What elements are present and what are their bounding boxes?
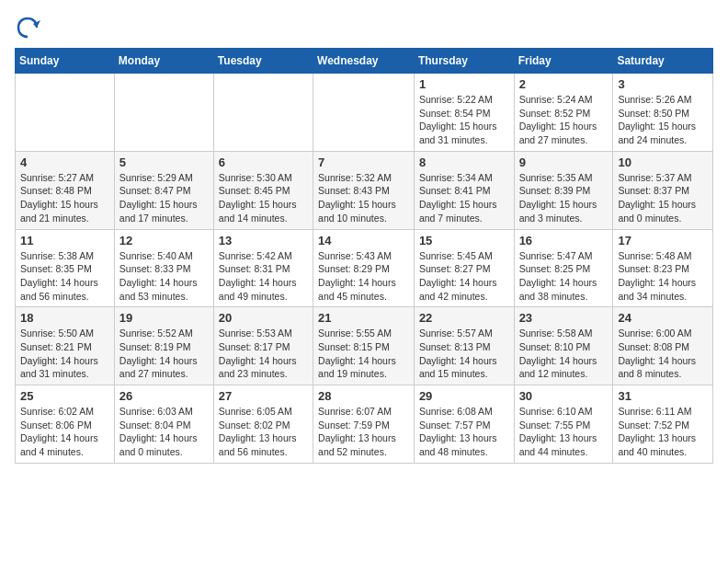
day-content: Sunrise: 5:40 AM Sunset: 8:33 PM Dayligh… xyxy=(119,249,209,304)
day-header-tuesday: Tuesday xyxy=(213,49,313,74)
day-content: Sunrise: 6:07 AM Sunset: 7:59 PM Dayligh… xyxy=(318,405,409,459)
day-content: Sunrise: 5:27 AM Sunset: 8:48 PM Dayligh… xyxy=(20,171,109,225)
calendar-cell: 25Sunrise: 6:02 AM Sunset: 8:06 PM Dayli… xyxy=(16,385,115,464)
day-number: 16 xyxy=(519,234,609,247)
day-content: Sunrise: 5:35 AM Sunset: 8:39 PM Dayligh… xyxy=(519,171,609,225)
calendar-cell: 18Sunrise: 5:50 AM Sunset: 8:21 PM Dayli… xyxy=(16,307,115,385)
day-content: Sunrise: 5:32 AM Sunset: 8:43 PM Dayligh… xyxy=(318,171,409,225)
calendar-cell: 17Sunrise: 5:48 AM Sunset: 8:23 PM Dayli… xyxy=(613,229,713,307)
logo xyxy=(15,15,44,40)
day-content: Sunrise: 5:37 AM Sunset: 8:37 PM Dayligh… xyxy=(618,171,708,225)
day-content: Sunrise: 5:52 AM Sunset: 8:19 PM Dayligh… xyxy=(119,327,209,381)
day-number: 26 xyxy=(119,389,209,403)
calendar-cell: 14Sunrise: 5:43 AM Sunset: 8:29 PM Dayli… xyxy=(313,229,415,307)
day-content: Sunrise: 5:38 AM Sunset: 8:35 PM Dayligh… xyxy=(20,249,109,304)
calendar-cell xyxy=(16,74,115,152)
calendar-cell: 21Sunrise: 5:55 AM Sunset: 8:15 PM Dayli… xyxy=(313,307,415,385)
day-number: 18 xyxy=(20,311,109,325)
calendar-week-row: 1Sunrise: 5:22 AM Sunset: 8:54 PM Daylig… xyxy=(16,74,713,152)
day-content: Sunrise: 6:08 AM Sunset: 7:57 PM Dayligh… xyxy=(419,405,509,459)
calendar-cell: 27Sunrise: 6:05 AM Sunset: 8:02 PM Dayli… xyxy=(213,385,313,464)
day-number: 10 xyxy=(618,155,708,169)
calendar-cell: 26Sunrise: 6:03 AM Sunset: 8:04 PM Dayli… xyxy=(114,385,213,464)
day-content: Sunrise: 5:53 AM Sunset: 8:17 PM Dayligh… xyxy=(219,327,308,381)
day-number: 17 xyxy=(618,234,708,247)
calendar-week-row: 18Sunrise: 5:50 AM Sunset: 8:21 PM Dayli… xyxy=(16,307,713,385)
calendar-cell: 12Sunrise: 5:40 AM Sunset: 8:33 PM Dayli… xyxy=(114,229,213,307)
day-number: 31 xyxy=(618,389,708,403)
calendar-cell: 6Sunrise: 5:30 AM Sunset: 8:45 PM Daylig… xyxy=(213,151,313,229)
day-content: Sunrise: 6:03 AM Sunset: 8:04 PM Dayligh… xyxy=(119,405,209,459)
day-content: Sunrise: 6:05 AM Sunset: 8:02 PM Dayligh… xyxy=(219,405,308,459)
calendar-cell: 4Sunrise: 5:27 AM Sunset: 8:48 PM Daylig… xyxy=(16,151,115,229)
calendar-cell xyxy=(313,74,415,152)
day-header-friday: Friday xyxy=(514,49,613,74)
day-number: 12 xyxy=(119,234,209,247)
calendar-cell: 10Sunrise: 5:37 AM Sunset: 8:37 PM Dayli… xyxy=(613,151,713,229)
day-header-wednesday: Wednesday xyxy=(313,49,415,74)
calendar-cell: 23Sunrise: 5:58 AM Sunset: 8:10 PM Dayli… xyxy=(514,307,613,385)
day-content: Sunrise: 6:02 AM Sunset: 8:06 PM Dayligh… xyxy=(20,405,109,459)
calendar-cell: 30Sunrise: 6:10 AM Sunset: 7:55 PM Dayli… xyxy=(514,385,613,464)
day-content: Sunrise: 6:00 AM Sunset: 8:08 PM Dayligh… xyxy=(618,327,708,381)
calendar-week-row: 25Sunrise: 6:02 AM Sunset: 8:06 PM Dayli… xyxy=(16,385,713,464)
day-content: Sunrise: 5:47 AM Sunset: 8:25 PM Dayligh… xyxy=(519,249,609,304)
day-number: 20 xyxy=(219,311,308,325)
calendar-week-row: 4Sunrise: 5:27 AM Sunset: 8:48 PM Daylig… xyxy=(16,151,713,229)
calendar-cell: 5Sunrise: 5:29 AM Sunset: 8:47 PM Daylig… xyxy=(114,151,213,229)
day-number: 24 xyxy=(618,311,708,325)
day-number: 30 xyxy=(519,389,609,403)
calendar-cell: 28Sunrise: 6:07 AM Sunset: 7:59 PM Dayli… xyxy=(313,385,415,464)
calendar-cell: 29Sunrise: 6:08 AM Sunset: 7:57 PM Dayli… xyxy=(414,385,514,464)
day-number: 9 xyxy=(519,155,609,169)
day-header-saturday: Saturday xyxy=(613,49,713,74)
day-content: Sunrise: 5:48 AM Sunset: 8:23 PM Dayligh… xyxy=(618,249,708,304)
day-content: Sunrise: 5:45 AM Sunset: 8:27 PM Dayligh… xyxy=(419,249,509,304)
day-number: 21 xyxy=(318,311,409,325)
day-number: 29 xyxy=(419,389,509,403)
day-content: Sunrise: 5:42 AM Sunset: 8:31 PM Dayligh… xyxy=(219,249,308,304)
day-number: 3 xyxy=(618,77,708,91)
day-header-sunday: Sunday xyxy=(16,49,115,74)
calendar-cell: 31Sunrise: 6:11 AM Sunset: 7:52 PM Dayli… xyxy=(613,385,713,464)
calendar-cell: 3Sunrise: 5:26 AM Sunset: 8:50 PM Daylig… xyxy=(613,74,713,152)
day-number: 1 xyxy=(419,77,509,91)
day-number: 15 xyxy=(419,234,509,247)
day-number: 7 xyxy=(318,155,409,169)
calendar-cell xyxy=(114,74,213,152)
day-number: 13 xyxy=(219,234,308,247)
day-content: Sunrise: 6:11 AM Sunset: 7:52 PM Dayligh… xyxy=(618,405,708,459)
calendar-cell xyxy=(213,74,313,152)
day-number: 2 xyxy=(519,77,609,91)
day-content: Sunrise: 5:57 AM Sunset: 8:13 PM Dayligh… xyxy=(419,327,509,381)
calendar-cell: 15Sunrise: 5:45 AM Sunset: 8:27 PM Dayli… xyxy=(414,229,514,307)
calendar-cell: 24Sunrise: 6:00 AM Sunset: 8:08 PM Dayli… xyxy=(613,307,713,385)
calendar-cell: 7Sunrise: 5:32 AM Sunset: 8:43 PM Daylig… xyxy=(313,151,415,229)
day-content: Sunrise: 5:30 AM Sunset: 8:45 PM Dayligh… xyxy=(219,171,308,225)
day-number: 19 xyxy=(119,311,209,325)
calendar-cell: 2Sunrise: 5:24 AM Sunset: 8:52 PM Daylig… xyxy=(514,74,613,152)
calendar-cell: 11Sunrise: 5:38 AM Sunset: 8:35 PM Dayli… xyxy=(16,229,115,307)
day-content: Sunrise: 5:29 AM Sunset: 8:47 PM Dayligh… xyxy=(119,171,209,225)
day-number: 5 xyxy=(119,155,209,169)
day-content: Sunrise: 5:26 AM Sunset: 8:50 PM Dayligh… xyxy=(618,93,708,147)
day-content: Sunrise: 5:50 AM Sunset: 8:21 PM Dayligh… xyxy=(20,327,109,381)
day-content: Sunrise: 5:58 AM Sunset: 8:10 PM Dayligh… xyxy=(519,327,609,381)
calendar-cell: 20Sunrise: 5:53 AM Sunset: 8:17 PM Dayli… xyxy=(213,307,313,385)
day-content: Sunrise: 5:55 AM Sunset: 8:15 PM Dayligh… xyxy=(318,327,409,381)
day-content: Sunrise: 5:34 AM Sunset: 8:41 PM Dayligh… xyxy=(419,171,509,225)
day-content: Sunrise: 5:43 AM Sunset: 8:29 PM Dayligh… xyxy=(318,249,409,304)
calendar-cell: 8Sunrise: 5:34 AM Sunset: 8:41 PM Daylig… xyxy=(414,151,514,229)
logo-icon xyxy=(15,15,40,40)
day-number: 14 xyxy=(318,234,409,247)
calendar-cell: 16Sunrise: 5:47 AM Sunset: 8:25 PM Dayli… xyxy=(514,229,613,307)
calendar-table: SundayMondayTuesdayWednesdayThursdayFrid… xyxy=(15,48,713,464)
day-header-thursday: Thursday xyxy=(414,49,514,74)
day-number: 22 xyxy=(419,311,509,325)
day-content: Sunrise: 5:24 AM Sunset: 8:52 PM Dayligh… xyxy=(519,93,609,147)
day-number: 6 xyxy=(219,155,308,169)
calendar-cell: 13Sunrise: 5:42 AM Sunset: 8:31 PM Dayli… xyxy=(213,229,313,307)
day-number: 25 xyxy=(20,389,109,403)
day-number: 8 xyxy=(419,155,509,169)
calendar-cell: 22Sunrise: 5:57 AM Sunset: 8:13 PM Dayli… xyxy=(414,307,514,385)
